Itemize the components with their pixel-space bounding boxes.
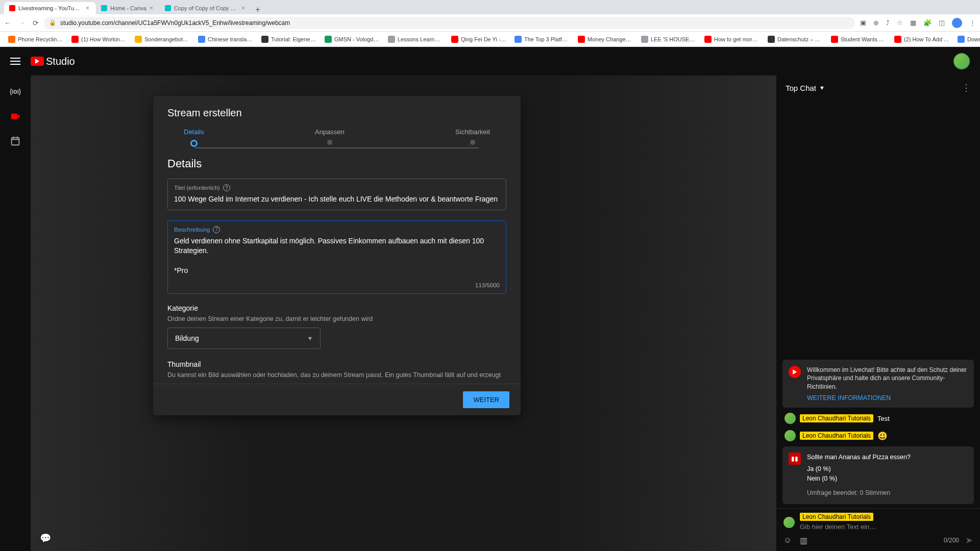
sidebar-item-webcam[interactable] <box>9 110 21 122</box>
bookmark-favicon <box>514 36 522 43</box>
bookmark-favicon <box>641 36 648 43</box>
avatar <box>783 517 795 528</box>
url-text: studio.youtube.com/channel/UC1a5FWVn0gUk… <box>60 19 290 27</box>
poll-option: Ja (0 %) <box>807 464 968 474</box>
bookmark-favicon <box>958 36 965 43</box>
star-icon[interactable]: ☆ <box>897 19 903 27</box>
chat-panel: Top Chat ▼ ⋮ Willkommen im Livechat! Bit… <box>776 76 980 551</box>
tab-title: Home - Canva <box>110 5 146 11</box>
menu-icon[interactable] <box>10 58 20 65</box>
bookmark-item[interactable]: Money Changes E… <box>575 34 636 44</box>
step-customize[interactable]: Anpassen <box>315 128 345 147</box>
bookmark-label: Sonderangebot! … <box>144 36 190 42</box>
chat-menu-icon[interactable]: ⋮ <box>962 82 971 93</box>
bookmark-item[interactable]: Phone Recycling… <box>5 34 66 44</box>
bookmark-label: LEE 'S HOUSE—… <box>651 36 696 42</box>
camera-icon[interactable]: ▣ <box>860 19 866 27</box>
step-dot <box>190 140 198 147</box>
bookmark-label: Datenschutz – Re… <box>777 36 823 42</box>
poll-icon: ▮▮ <box>789 453 801 465</box>
puzzle-icon[interactable]: 🧩 <box>923 19 932 27</box>
help-icon[interactable]: ? <box>213 226 220 233</box>
back-icon[interactable]: ← <box>4 19 11 27</box>
studio-logo[interactable]: Studio <box>31 56 75 67</box>
tab-favicon <box>9 5 15 11</box>
bookmark-item[interactable]: GMSN - Vologda… <box>322 34 383 44</box>
bookmark-label: Lessons Learned f… <box>398 36 443 42</box>
send-icon[interactable]: ➤ <box>965 535 973 546</box>
chat-author-badge: Leon Chaudhari Tutorials <box>800 414 873 422</box>
next-button[interactable]: WEITER <box>463 391 509 408</box>
bookmark-item[interactable]: Download - Cooki… <box>954 34 980 44</box>
bookmark-favicon <box>578 36 585 43</box>
bookmark-item[interactable]: Datenschutz – Re… <box>765 34 826 44</box>
field-label: Titel (erforderlich) ? <box>174 184 500 191</box>
description-input[interactable] <box>174 236 500 276</box>
forward-icon[interactable]: → <box>18 19 26 27</box>
chat-input[interactable]: Gib hier deinen Text ein… <box>800 522 973 532</box>
more-info-link[interactable]: WEITERE INFORMATIONEN <box>807 394 968 402</box>
account-avatar[interactable] <box>953 53 970 69</box>
step-label: Sichtbarkeit <box>455 128 490 136</box>
emoji-icon: 😃 <box>877 431 888 441</box>
close-icon[interactable]: × <box>86 6 91 11</box>
feedback-icon[interactable]: 💬 <box>40 533 51 544</box>
tab-favicon <box>165 5 171 11</box>
bookmark-favicon <box>8 36 15 43</box>
sidebar-item-manage[interactable] <box>9 135 21 147</box>
chat-counter: 0/200 <box>944 537 959 544</box>
bookmark-item[interactable]: How to get more v… <box>701 34 763 44</box>
close-icon[interactable]: × <box>150 6 155 11</box>
bookmark-favicon <box>768 36 775 43</box>
avatar <box>785 413 796 424</box>
bookmark-favicon <box>261 36 268 43</box>
bookmark-item[interactable]: Sonderangebot! … <box>132 34 193 44</box>
emoji-icon[interactable]: ☺ <box>783 536 792 545</box>
bookmark-item[interactable]: (1) How Working a… <box>68 34 130 44</box>
title-field[interactable]: Titel (erforderlich) ? <box>167 179 506 210</box>
logo-text: Studio <box>46 56 75 67</box>
bookmark-label: Qing Fei De Yi - Y… <box>461 36 506 42</box>
title-input[interactable] <box>174 194 500 205</box>
bookmark-item[interactable]: Student Wants an… <box>828 34 889 44</box>
step-visibility[interactable]: Sichtbarkeit <box>455 128 490 147</box>
sidebar-item-stream[interactable] <box>9 86 21 98</box>
panel-icon[interactable]: ◫ <box>939 19 945 27</box>
poll-icon[interactable]: ▥ <box>800 536 807 545</box>
bookmark-item[interactable]: (2) How To Add A… <box>891 34 952 44</box>
bookmark-item[interactable]: Qing Fei De Yi - Y… <box>448 34 509 44</box>
profile-avatar[interactable] <box>952 18 962 28</box>
thumbnail-title: Thumbnail <box>167 360 506 368</box>
bookmark-label: How to get more v… <box>714 36 760 42</box>
close-icon[interactable]: × <box>241 6 247 11</box>
extension-icon[interactable]: ▦ <box>910 19 916 27</box>
help-icon[interactable]: ? <box>223 184 230 191</box>
bookmark-item[interactable]: Tutorial: Eigene F… <box>258 34 320 44</box>
zoom-icon[interactable]: ⊕ <box>873 19 879 27</box>
step-details[interactable]: Details <box>184 128 204 147</box>
youtube-icon <box>789 366 801 378</box>
bookmark-favicon <box>894 36 901 43</box>
url-input[interactable]: 🔒 studio.youtube.com/channel/UC1a5FWVn0g… <box>44 17 855 29</box>
chat-messages: Willkommen im Livechat! Bitte achte auf … <box>776 100 980 508</box>
bookmark-favicon <box>135 36 142 43</box>
description-field[interactable]: Beschreibung ? 113/5000 <box>167 220 506 294</box>
browser-tab[interactable]: Copy of Copy of Copy of Copy × <box>160 2 252 14</box>
bookmark-label: Student Wants an… <box>841 36 886 42</box>
new-tab-button[interactable]: + <box>252 5 264 14</box>
bookmark-item[interactable]: The Top 3 Platfor… <box>511 34 573 44</box>
chat-mode-selector[interactable]: Top Chat ▼ <box>786 84 825 92</box>
browser-tab[interactable]: Livestreaming - YouTube S × <box>4 2 96 14</box>
reload-icon[interactable]: ⟳ <box>33 19 39 27</box>
menu-icon[interactable]: ⋮ <box>969 19 976 27</box>
address-bar: ← → ⟳ 🔒 studio.youtube.com/channel/UC1a5… <box>0 14 980 32</box>
bookmark-item[interactable]: Chinese translati… <box>195 34 256 44</box>
svg-point-0 <box>14 90 17 93</box>
share-icon[interactable]: ⤴ <box>886 19 890 27</box>
poll-option: Nein (0 %) <box>807 474 968 484</box>
bookmark-item[interactable]: LEE 'S HOUSE—… <box>638 34 699 44</box>
category-select[interactable]: Bildung ▼ <box>167 328 321 349</box>
browser-tab[interactable]: Home - Canva × <box>96 2 160 14</box>
bookmark-item[interactable]: Lessons Learned f… <box>385 34 446 44</box>
poll-question: Sollte man Ananas auf Pizza essen? <box>807 453 968 462</box>
